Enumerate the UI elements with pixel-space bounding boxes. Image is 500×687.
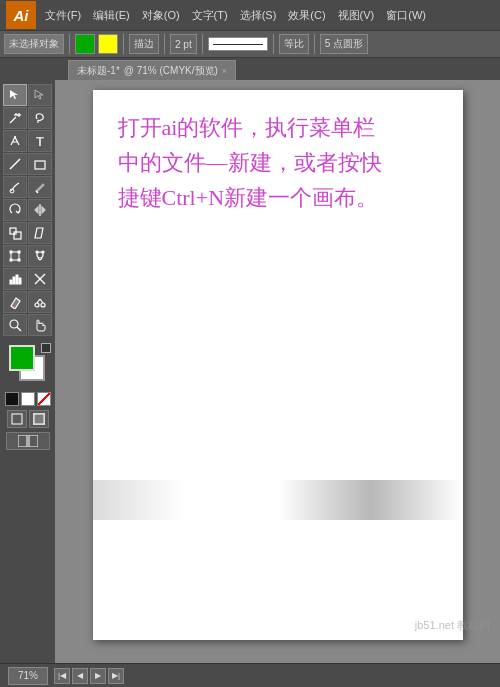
menu-view[interactable]: 视图(V) — [333, 6, 380, 25]
symbol-sprayer-tool[interactable] — [28, 245, 52, 267]
main-text-line2: 中的文件—新建，或者按快 — [118, 145, 438, 180]
tool-row-2 — [0, 107, 55, 129]
next-page-button[interactable]: ▶ — [90, 668, 106, 684]
scale-tool[interactable] — [3, 222, 27, 244]
tab-info: @ 71% (CMYK/预览) — [124, 64, 218, 78]
ratio-label: 等比 — [279, 34, 309, 54]
separator-4 — [202, 34, 203, 54]
lasso-tool[interactable] — [28, 107, 52, 129]
scissors-tool[interactable] — [28, 291, 52, 313]
screen-mode-button[interactable] — [7, 410, 27, 428]
none-swatch[interactable] — [37, 392, 51, 406]
foreground-color-swatch[interactable] — [9, 345, 35, 371]
status-bar: |◀ ◀ ▶ ▶| — [0, 663, 500, 687]
watermark: jb51.net 教程网 — [415, 618, 490, 633]
tool-row-6 — [0, 199, 55, 221]
last-page-button[interactable]: ▶| — [108, 668, 124, 684]
reset-colors-icon[interactable] — [41, 343, 51, 353]
line-tool[interactable] — [3, 153, 27, 175]
pencil-tool[interactable] — [28, 176, 52, 198]
separator-1 — [69, 34, 70, 54]
rotate-tool[interactable] — [3, 199, 27, 221]
prev-page-button[interactable]: ◀ — [72, 668, 88, 684]
zoom-tool[interactable] — [3, 314, 27, 336]
tool-row-7 — [0, 222, 55, 244]
svg-point-35 — [10, 320, 18, 328]
first-page-button[interactable]: |◀ — [54, 668, 70, 684]
menu-select[interactable]: 选择(S) — [235, 6, 282, 25]
white-swatch[interactable] — [21, 392, 35, 406]
tool-row-8 — [0, 245, 55, 267]
svg-point-6 — [14, 136, 16, 138]
color-swatches-area — [7, 343, 53, 389]
rect-tool[interactable] — [28, 153, 52, 175]
tool-row-5 — [0, 176, 55, 198]
artboard: 打开ai的软件，执行菜单栏 中的文件—新建，或者按快 捷键Ctrl+N新建一个画… — [93, 90, 463, 640]
stroke-color-box[interactable] — [98, 34, 118, 54]
svg-rect-37 — [12, 414, 22, 424]
selection-tool[interactable] — [3, 84, 27, 106]
svg-rect-18 — [10, 251, 12, 253]
svg-rect-19 — [18, 251, 20, 253]
shear-tool[interactable] — [28, 222, 52, 244]
svg-rect-15 — [14, 232, 21, 239]
pen-tool[interactable] — [3, 130, 27, 152]
canvas-area: 打开ai的软件，执行菜单栏 中的文件—新建，或者按快 捷键Ctrl+N新建一个画… — [55, 80, 500, 663]
stroke-size[interactable]: 2 pt — [170, 34, 197, 54]
svg-rect-40 — [18, 435, 27, 447]
main-area: T — [0, 80, 500, 663]
artboard-content: 打开ai的软件，执行菜单栏 中的文件—新建，或者按快 捷键Ctrl+N新建一个画… — [93, 90, 463, 236]
active-tab[interactable]: 未标题-1* @ 71% (CMYK/预览) × — [68, 60, 236, 80]
reflect-tool[interactable] — [28, 199, 52, 221]
svg-rect-26 — [13, 277, 15, 284]
arrange-windows-button[interactable] — [6, 432, 50, 450]
svg-line-33 — [37, 299, 40, 303]
menu-file[interactable]: 文件(F) — [40, 6, 86, 25]
page-navigation: |◀ ◀ ▶ ▶| — [54, 668, 124, 684]
svg-point-23 — [36, 251, 38, 253]
svg-rect-25 — [10, 280, 12, 284]
paintbrush-tool[interactable] — [3, 176, 27, 198]
stroke-line — [213, 44, 263, 45]
tab-bar: 未标题-1* @ 71% (CMYK/预览) × — [0, 58, 500, 80]
direct-select-tool[interactable] — [28, 84, 52, 106]
svg-rect-20 — [10, 259, 12, 261]
svg-point-32 — [41, 303, 45, 307]
separator-2 — [123, 34, 124, 54]
tool-row-10 — [0, 291, 55, 313]
svg-line-34 — [40, 299, 43, 303]
type-icon: T — [36, 134, 44, 149]
separator-3 — [164, 34, 165, 54]
eraser-tool[interactable] — [3, 291, 27, 313]
zoom-input[interactable] — [8, 667, 48, 685]
fill-color-box[interactable] — [75, 34, 95, 54]
svg-rect-8 — [35, 161, 45, 169]
menu-window[interactable]: 窗口(W) — [381, 6, 431, 25]
svg-marker-13 — [42, 207, 45, 213]
menu-object[interactable]: 对象(O) — [137, 6, 185, 25]
stroke-label: 描边 — [129, 34, 159, 54]
main-text-line3: 捷键Ctrl+N新建一个画布。 — [118, 180, 438, 215]
selection-label: 未选择对象 — [4, 34, 64, 54]
black-swatch[interactable] — [5, 392, 19, 406]
type-tool[interactable]: T — [28, 130, 52, 152]
free-transform-tool[interactable] — [3, 245, 27, 267]
svg-marker-12 — [35, 207, 38, 213]
menu-edit[interactable]: 编辑(E) — [88, 6, 135, 25]
extra-tools-row — [7, 410, 49, 428]
menu-text[interactable]: 文字(T) — [187, 6, 233, 25]
slice-tool[interactable] — [28, 268, 52, 290]
magic-wand-tool[interactable] — [3, 107, 27, 129]
change-screen-mode-button[interactable] — [29, 410, 49, 428]
menu-effect[interactable]: 效果(C) — [283, 6, 330, 25]
bar-graph-tool[interactable] — [3, 268, 27, 290]
separator-5 — [273, 34, 274, 54]
main-text-line1: 打开ai的软件，执行菜单栏 — [118, 110, 438, 145]
title-bar: Ai 文件(F) 编辑(E) 对象(O) 文字(T) 选择(S) 效果(C) 视… — [0, 0, 500, 30]
tab-close-button[interactable]: × — [222, 66, 227, 76]
shape-label: 5 点圆形 — [320, 34, 368, 54]
svg-rect-14 — [10, 228, 16, 234]
svg-point-24 — [42, 251, 44, 253]
hand-tool[interactable] — [28, 314, 52, 336]
more-tools-row — [6, 432, 50, 450]
